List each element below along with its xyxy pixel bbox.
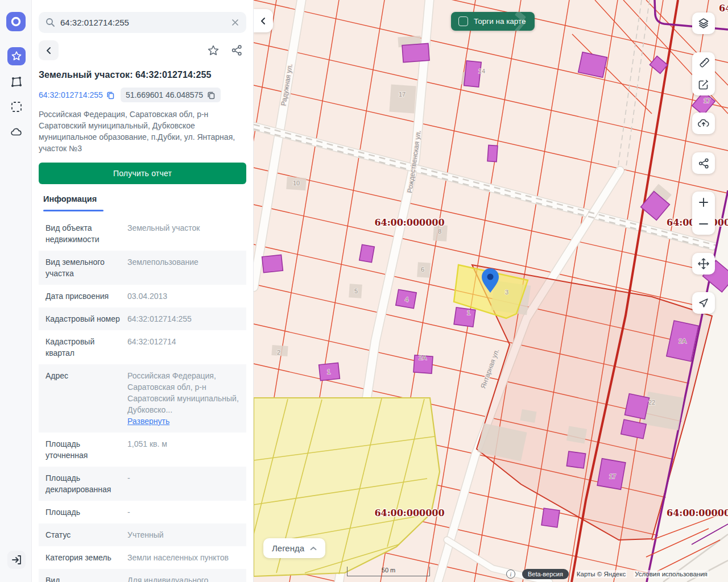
svg-text:22: 22 — [648, 399, 655, 406]
info-value: Земли населенных пунктов — [127, 552, 239, 563]
dashed-select-icon — [10, 101, 23, 113]
sidebar-item-cloud[interactable] — [7, 123, 26, 142]
cloud-upload-button[interactable] — [692, 113, 715, 134]
svg-text:64:00:000000: 64:00:000000 — [667, 508, 728, 518]
info-label: Кадастровый квартал — [46, 336, 121, 359]
collapse-panel-button[interactable] — [254, 9, 273, 32]
svg-text:64:00:000000: 64:00:000000 — [719, 3, 728, 14]
search-bar — [39, 12, 246, 33]
copy-icon[interactable] — [207, 91, 216, 99]
terms-link[interactable]: Условия использования — [634, 570, 709, 578]
info-row: Вид объекта недвижимостиЗемельный участо… — [39, 217, 246, 251]
edit-button[interactable] — [692, 74, 715, 95]
card-header — [39, 40, 246, 60]
pan-control — [692, 253, 715, 275]
info-label: Кадастровый номер — [46, 313, 121, 325]
cloud-upload-icon — [697, 117, 710, 130]
sidebar-item-polygon-tool[interactable] — [7, 73, 26, 91]
svg-text:2: 2 — [277, 349, 280, 356]
map-attribution: i Beta-версия Карты © Яндекс Условия исп… — [506, 569, 709, 579]
zoom-control — [692, 192, 715, 235]
cadastral-number-link[interactable]: 64:32:012714:255 — [39, 90, 115, 99]
legend-button[interactable]: Легенда — [263, 538, 325, 558]
info-value: Учтенный — [127, 529, 239, 541]
tab-information[interactable]: Информация — [39, 194, 108, 211]
info-row: Площадь декларированная- — [39, 467, 246, 501]
chevron-left-icon — [44, 46, 53, 55]
address-text: Российская Федерация, Саратовская обл, р… — [39, 109, 246, 154]
share-map-button[interactable] — [692, 152, 715, 174]
svg-text:10: 10 — [293, 180, 300, 186]
sidebar-item-area-select[interactable] — [7, 98, 26, 116]
coordinates-chip[interactable]: 51.669601 46.048575 — [121, 88, 221, 102]
scale-bar: 50 m — [347, 567, 430, 576]
zoom-out-button[interactable] — [692, 213, 715, 235]
ruler-button[interactable] — [692, 52, 715, 74]
info-row: Вид земельного участкаЗемлепользование — [39, 251, 246, 285]
move-icon — [697, 257, 710, 270]
svg-text:17: 17 — [609, 473, 616, 480]
info-value: 64:32:012714:255 — [127, 313, 239, 325]
get-report-button[interactable]: Получить отчет — [39, 163, 246, 184]
edit-icon — [697, 78, 710, 91]
info-label: Площадь декларированная — [46, 472, 121, 495]
info-value: Земельный участок — [127, 222, 239, 245]
pan-button[interactable] — [692, 253, 715, 275]
favorite-button[interactable] — [207, 44, 220, 57]
map-area: 17141086543122А12А221717Радужная ул.Рожд… — [254, 0, 728, 582]
info-label: Дата присвоения — [46, 290, 121, 302]
auctions-checkbox[interactable] — [458, 16, 468, 26]
info-value: 03.04.2013 — [127, 290, 239, 302]
search-input[interactable] — [60, 18, 226, 27]
info-value: - — [127, 506, 239, 518]
info-value: Для индивидуального... — [127, 575, 239, 582]
info-label: Категория земель — [46, 552, 121, 563]
layers-button[interactable] — [692, 13, 715, 34]
share-map-control — [692, 152, 715, 174]
info-label: Статус — [46, 529, 121, 541]
svg-text:2А: 2А — [419, 354, 427, 361]
svg-text:1: 1 — [327, 368, 330, 375]
info-value: - — [127, 472, 239, 495]
svg-text:17: 17 — [704, 97, 710, 104]
svg-text:3: 3 — [505, 289, 508, 296]
expand-address-link[interactable]: Развернуть — [127, 417, 169, 426]
layers-control — [692, 13, 715, 34]
minus-icon — [698, 218, 709, 230]
locate-button[interactable] — [692, 292, 715, 314]
chevron-up-icon — [310, 546, 317, 551]
layers-icon — [697, 17, 710, 30]
yandex-copyright-link[interactable]: Карты © Яндекс — [576, 570, 627, 578]
app-logo[interactable] — [6, 12, 26, 31]
share-icon — [231, 44, 243, 56]
info-row: Площадь- — [39, 501, 246, 523]
info-row: Дата присвоения03.04.2013 — [39, 285, 246, 307]
clear-search-icon[interactable] — [231, 18, 239, 27]
info-label: Вид земельного участка — [46, 256, 121, 279]
gavel-icon — [504, 12, 533, 31]
svg-text:17: 17 — [399, 91, 406, 98]
svg-text:2А: 2А — [679, 338, 686, 344]
info-label: Вид объекта недвижимости — [46, 222, 121, 245]
measure-draw-control — [692, 52, 715, 95]
beta-badge: Beta-версия — [522, 569, 569, 579]
info-value: 64:32:012714 — [127, 336, 239, 359]
plus-icon — [698, 197, 709, 208]
cadastral-map[interactable]: 17141086543122А12А221717Радужная ул.Рожд… — [254, 0, 728, 582]
sidebar-item-favorites[interactable] — [7, 47, 26, 65]
copy-icon[interactable] — [106, 91, 115, 99]
upload-control — [692, 113, 715, 134]
info-label: Адрес — [46, 370, 121, 427]
back-button[interactable] — [39, 40, 59, 60]
tab-underline — [43, 210, 104, 211]
logo-icon — [10, 15, 22, 28]
info-icon[interactable]: i — [506, 569, 515, 579]
auctions-on-map-toggle[interactable]: Торги на карте — [451, 12, 535, 31]
zoom-in-button[interactable] — [692, 192, 715, 213]
svg-text:64:00:000000: 64:00:000000 — [374, 508, 444, 518]
info-row: СтатусУчтенный — [39, 523, 246, 546]
info-row: ВидДля индивидуального... — [39, 569, 246, 582]
svg-text:64:00:000000: 64:00:000000 — [374, 217, 444, 228]
sign-in-button[interactable] — [7, 551, 26, 569]
share-button[interactable] — [231, 44, 243, 57]
